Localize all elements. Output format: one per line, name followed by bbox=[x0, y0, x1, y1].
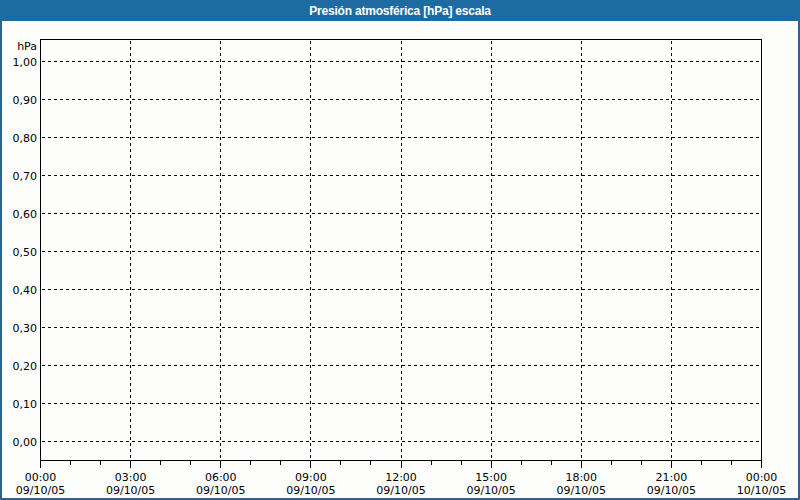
y-tick-label: 0,70 bbox=[13, 170, 38, 183]
y-tick-label: 0,40 bbox=[13, 284, 38, 297]
x-tick-date-label: 09/10/05 bbox=[106, 484, 155, 497]
y-tick-label: 0,30 bbox=[13, 322, 38, 335]
y-tick-label: 0,00 bbox=[13, 436, 38, 449]
y-tick-label: 0,90 bbox=[13, 94, 38, 107]
x-tick-date-label: 10/10/05 bbox=[737, 484, 786, 497]
x-tick-time-label: 00:00 bbox=[25, 471, 57, 484]
pressure-chart-canvas: 1,000,900,800,700,600,500,400,300,200,10… bbox=[0, 0, 800, 500]
chart-title: Presión atmosférica [hPa] escala bbox=[309, 4, 491, 18]
x-tick-date-label: 09/10/05 bbox=[196, 484, 245, 497]
x-tick-time-label: 12:00 bbox=[385, 471, 417, 484]
y-tick-label: 0,60 bbox=[13, 208, 38, 221]
y-tick-label: 0,10 bbox=[13, 398, 38, 411]
y-tick-label: 1,00 bbox=[13, 56, 38, 69]
x-tick-time-label: 18:00 bbox=[565, 471, 597, 484]
x-tick-time-label: 15:00 bbox=[475, 471, 507, 484]
title-bar: Presión atmosférica [hPa] escala bbox=[0, 0, 800, 21]
x-tick-date-label: 09/10/05 bbox=[286, 484, 335, 497]
y-tick-label: 0,20 bbox=[13, 360, 38, 373]
y-tick-label: 0,80 bbox=[13, 132, 38, 145]
y-tick-label: 0,50 bbox=[13, 246, 38, 259]
x-tick-date-label: 09/10/05 bbox=[376, 484, 425, 497]
x-tick-time-label: 00:00 bbox=[746, 471, 778, 484]
x-tick-time-label: 06:00 bbox=[205, 471, 237, 484]
y-axis-unit-label: hPa bbox=[17, 40, 37, 53]
x-tick-date-label: 09/10/05 bbox=[16, 484, 65, 497]
chart-window: Presión atmosférica [hPa] escala 1,000,9… bbox=[0, 0, 800, 500]
x-tick-date-label: 09/10/05 bbox=[466, 484, 515, 497]
x-tick-date-label: 09/10/05 bbox=[647, 484, 696, 497]
plot-border bbox=[41, 40, 762, 461]
x-tick-date-label: 09/10/05 bbox=[557, 484, 606, 497]
x-tick-time-label: 21:00 bbox=[656, 471, 688, 484]
x-tick-time-label: 09:00 bbox=[295, 471, 327, 484]
x-tick-time-label: 03:00 bbox=[115, 471, 147, 484]
